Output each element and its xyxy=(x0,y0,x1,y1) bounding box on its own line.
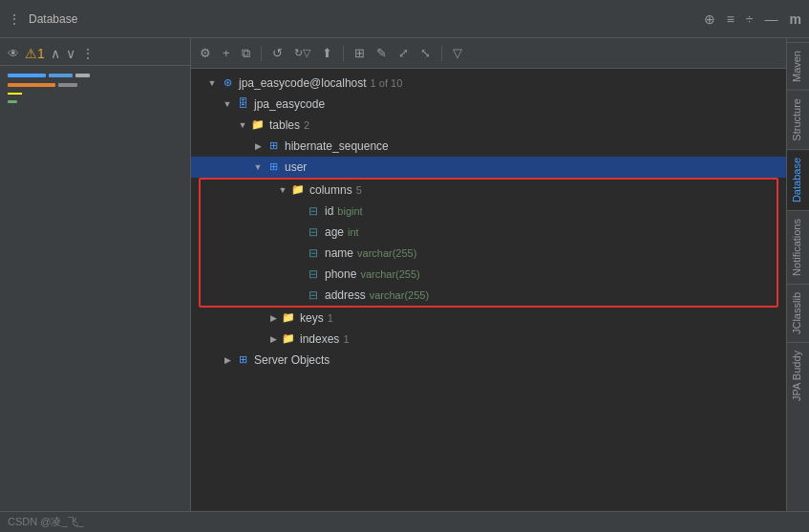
globe-icon[interactable]: ⊕ xyxy=(704,11,715,27)
tab-jpa-buddy[interactable]: JPA Buddy xyxy=(787,342,809,409)
column-address-item[interactable]: ▶ ⊟ addressvarchar(255) xyxy=(201,285,777,306)
folder-icon: 📁 xyxy=(281,332,296,346)
column-icon: ⊟ xyxy=(306,225,321,239)
eye-icon[interactable]: 👁 xyxy=(8,47,19,60)
field-name: ageint xyxy=(325,225,359,239)
list-icon[interactable]: ≡ xyxy=(727,11,734,27)
field-name: namevarchar(255) xyxy=(325,246,416,260)
top-bar: ⋮ Database ⊕ ≡ ÷ — m xyxy=(0,0,809,38)
chevron-down: ▼ xyxy=(252,162,264,172)
database-label: jpa_easycode xyxy=(254,97,325,111)
left-toolbar: 👁 ⚠1 ∧ ∨ ⋮ xyxy=(0,42,190,66)
column-id-item[interactable]: ▶ ⊟ idbigint xyxy=(201,201,777,222)
keys-label: keys1 xyxy=(300,311,333,325)
expand-icon[interactable]: ⤡ xyxy=(417,44,434,62)
server-icon: ⊞ xyxy=(235,353,250,367)
folder-icon: 📁 xyxy=(281,311,296,325)
link-icon[interactable]: ⤢ xyxy=(395,44,412,62)
refresh-icon[interactable]: ↺ xyxy=(269,44,286,62)
table-icon: ⊞ xyxy=(266,160,281,174)
filter-refresh-icon[interactable]: ↻▽ xyxy=(291,45,313,61)
hibernate-label: hibernate_sequence xyxy=(285,139,389,153)
field-name: addressvarchar(255) xyxy=(325,288,429,302)
column-phone-item[interactable]: ▶ ⊟ phonevarchar(255) xyxy=(201,264,777,285)
up-icon[interactable]: ∧ xyxy=(51,46,60,61)
chevron-down: ▼ xyxy=(277,185,288,195)
main-layout: 👁 ⚠1 ∧ ∨ ⋮ ⚙ + ⧉ ↺ xyxy=(0,38,809,511)
chevron-down: ▼ xyxy=(206,78,218,88)
database-item[interactable]: ▼ 🗄 jpa_easycode xyxy=(191,94,786,115)
warning-icon[interactable]: ⚠1 xyxy=(25,46,45,61)
column-icon: ⊟ xyxy=(306,267,321,281)
column-icon: ⊟ xyxy=(306,288,321,302)
field-name: phonevarchar(255) xyxy=(325,267,420,281)
right-sidebar: Maven Structure Database Notifications J… xyxy=(786,38,809,511)
left-panel: 👁 ⚠1 ∧ ∨ ⋮ xyxy=(0,38,191,511)
separator xyxy=(261,46,262,61)
column-age-item[interactable]: ▶ ⊟ ageint xyxy=(201,222,777,243)
tab-jclasslib[interactable]: JClasslib xyxy=(787,284,809,342)
more-icon[interactable]: ⋮ xyxy=(81,46,95,61)
folder-icon: 📁 xyxy=(250,118,266,132)
tab-database[interactable]: Database xyxy=(787,149,809,210)
user-label: user xyxy=(285,160,307,174)
chevron-right: ▶ xyxy=(252,141,264,151)
tab-notifications[interactable]: Notifications xyxy=(787,210,809,284)
settings-icon[interactable]: ⚙ xyxy=(197,44,214,62)
sidebar-icon[interactable]: m xyxy=(790,11,801,27)
add-icon[interactable]: + xyxy=(220,44,233,62)
settings-icon[interactable]: — xyxy=(765,11,778,27)
bottom-bar: CSDN @凌_飞_ xyxy=(0,511,809,532)
field-name: idbigint xyxy=(325,204,363,218)
column-name-item[interactable]: ▶ ⊟ namevarchar(255) xyxy=(201,243,777,264)
db-toolbar: ⚙ + ⧉ ↺ ↻▽ ⬆ ⊞ ✎ ⤢ ⤡ ▽ xyxy=(191,38,786,69)
connection-item[interactable]: ▼ ⊛ jpa_easycode@localhost1 of 10 xyxy=(191,73,786,94)
tab-structure[interactable]: Structure xyxy=(787,90,809,149)
folder-icon: 📁 xyxy=(290,183,306,197)
edit-icon[interactable]: ✎ xyxy=(373,44,390,62)
watermark: CSDN @凌_飞_ xyxy=(8,515,84,529)
columns-highlight-box: ▼ 📁 columns5 ▶ ⊟ idbigint ▶ xyxy=(199,178,778,308)
tables-item[interactable]: ▼ 📁 tables2 xyxy=(191,115,786,136)
separator3 xyxy=(441,46,442,61)
chevron-right: ▶ xyxy=(267,334,279,344)
chevron-down: ▼ xyxy=(237,120,248,130)
column-icon: ⊟ xyxy=(306,204,321,218)
tables-label: tables2 xyxy=(269,118,309,132)
user-table-item[interactable]: ▼ ⊞ user xyxy=(191,157,786,178)
columns-item[interactable]: ▼ 📁 columns5 xyxy=(201,180,777,201)
highlight-line xyxy=(8,93,22,95)
db-icon: 🗄 xyxy=(235,97,250,111)
top-bar-actions: ⊕ ≡ ÷ — m xyxy=(704,11,801,27)
indexes-item[interactable]: ▶ 📁 indexes1 xyxy=(191,329,786,350)
filter-icon[interactable]: ▽ xyxy=(450,44,465,62)
duplicate-icon[interactable]: ⧉ xyxy=(239,44,253,63)
panel-title: Database xyxy=(29,12,77,26)
chevron-right: ▶ xyxy=(267,313,279,323)
split-icon[interactable]: ÷ xyxy=(746,11,754,27)
down-icon[interactable]: ∨ xyxy=(66,46,75,61)
server-objects-item[interactable]: ▶ ⊞ Server Objects xyxy=(191,350,786,371)
db-panel: ⚙ + ⧉ ↺ ↻▽ ⬆ ⊞ ✎ ⤢ ⤡ ▽ ▼ ⊛ jpa_easycode@… xyxy=(191,38,786,511)
hibernate-sequence-item[interactable]: ▶ ⊞ hibernate_sequence xyxy=(191,136,786,157)
tab-maven[interactable]: Maven xyxy=(787,42,809,90)
column-icon: ⊟ xyxy=(306,246,321,260)
chevron-down: ▼ xyxy=(222,99,233,109)
separator2 xyxy=(343,46,344,61)
chevron-right: ▶ xyxy=(222,355,233,365)
keys-item[interactable]: ▶ 📁 keys1 xyxy=(191,308,786,329)
menu-icon[interactable]: ⋮ xyxy=(8,11,21,27)
connection-icon: ⊛ xyxy=(220,76,235,90)
table-icon[interactable]: ⊞ xyxy=(351,44,368,62)
upload-icon[interactable]: ⬆ xyxy=(319,44,335,62)
table-icon: ⊞ xyxy=(266,139,281,153)
database-tree: ▼ ⊛ jpa_easycode@localhost1 of 10 ▼ 🗄 jp… xyxy=(191,69,786,511)
columns-label: columns5 xyxy=(309,183,362,197)
indexes-label: indexes1 xyxy=(300,332,350,346)
connection-label: jpa_easycode@localhost1 of 10 xyxy=(239,76,402,90)
server-objects-label: Server Objects xyxy=(254,353,330,367)
left-content xyxy=(0,66,190,111)
